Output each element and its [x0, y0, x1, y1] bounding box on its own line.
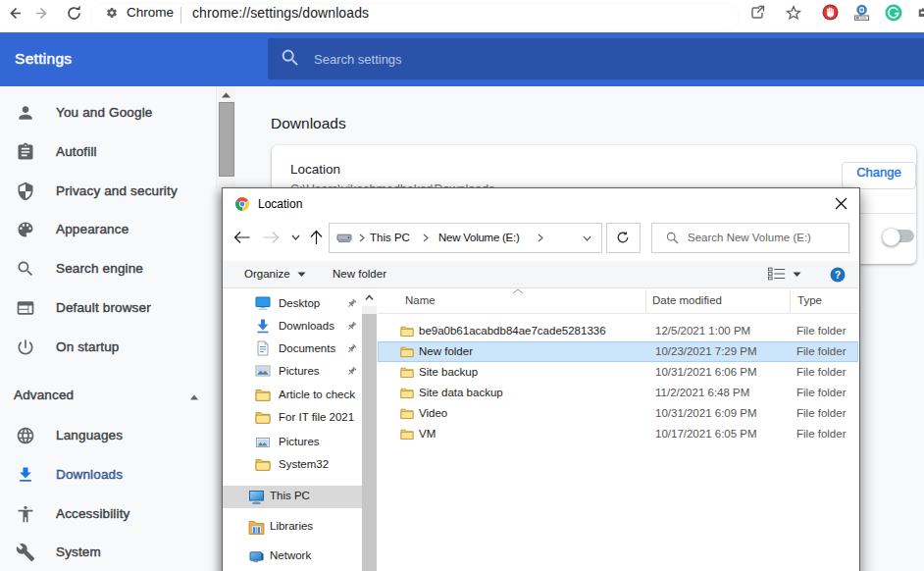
svg-text:?: ?	[835, 269, 841, 281]
